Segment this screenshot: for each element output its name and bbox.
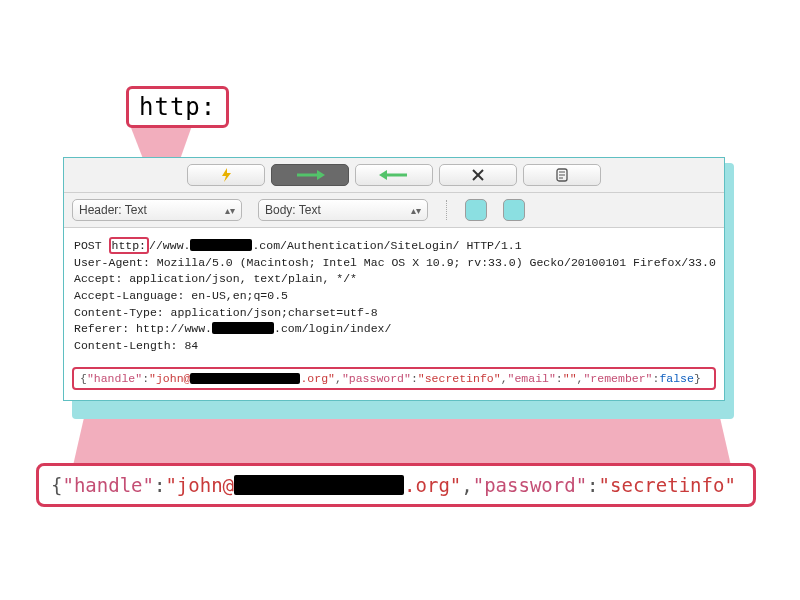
toolbar-back-button[interactable]: [355, 164, 433, 186]
toolbar-separator: [446, 200, 447, 220]
toolbar-send-button[interactable]: [271, 164, 349, 186]
arrow-left-icon: [379, 169, 409, 181]
toolbar-primary: [64, 158, 724, 193]
redacted-referer-host: [212, 322, 274, 334]
close-icon: [472, 169, 484, 181]
svg-marker-4: [317, 170, 325, 180]
req-method: POST: [74, 239, 109, 252]
header-format-select[interactable]: Header: Text ▴▾: [72, 199, 242, 221]
http-inspector-panel: Header: Text ▴▾ Body: Text ▴▾ POST http:…: [63, 157, 725, 401]
req-referer-pre: Referer: http://www.: [74, 322, 212, 335]
body-format-label: Body: Text: [265, 203, 321, 217]
redacted-handle-domain-large: [234, 475, 404, 495]
svg-marker-6: [379, 170, 387, 180]
toolbar-cancel-button[interactable]: [439, 164, 517, 186]
arrow-right-icon: [295, 169, 325, 181]
header-format-label: Header: Text: [79, 203, 147, 217]
req-content-type: Content-Type: application/json;charset=u…: [74, 306, 378, 319]
toolbar-script-button[interactable]: [523, 164, 601, 186]
chevron-updown-icon: ▴▾: [411, 205, 421, 216]
toolbar-flash-button[interactable]: [187, 164, 265, 186]
toolbar-square-button-1[interactable]: [465, 199, 487, 221]
req-user-agent: User-Agent: Mozilla/5.0 (Macintosh; Inte…: [74, 256, 716, 269]
callout-http-scheme: http:: [126, 86, 229, 128]
callout-credentials: {"handle":"john@.org","password":"secret…: [36, 463, 756, 507]
toolbar-secondary: Header: Text ▴▾ Body: Text ▴▾: [64, 193, 724, 228]
scroll-icon: [555, 168, 569, 182]
svg-marker-2: [222, 168, 231, 182]
request-headers-text[interactable]: POST http://www..com/Authentication/Site…: [64, 228, 724, 363]
req-accept: Accept: application/json, text/plain, */…: [74, 272, 357, 285]
toolbar-square-button-2[interactable]: [503, 199, 525, 221]
callout-http-text: http:: [139, 93, 216, 121]
redacted-host: [190, 239, 252, 251]
req-content-length: Content-Length: 84: [74, 339, 198, 352]
req-accept-language: Accept-Language: en-US,en;q=0.5: [74, 289, 288, 302]
lightning-icon: [219, 168, 233, 182]
req-scheme-highlight: http:: [109, 237, 150, 254]
body-format-select[interactable]: Body: Text ▴▾: [258, 199, 428, 221]
request-body-json[interactable]: {"handle":"john@.org","password":"secret…: [72, 367, 716, 390]
chevron-updown-icon: ▴▾: [225, 205, 235, 216]
redacted-handle-domain: [190, 373, 300, 384]
